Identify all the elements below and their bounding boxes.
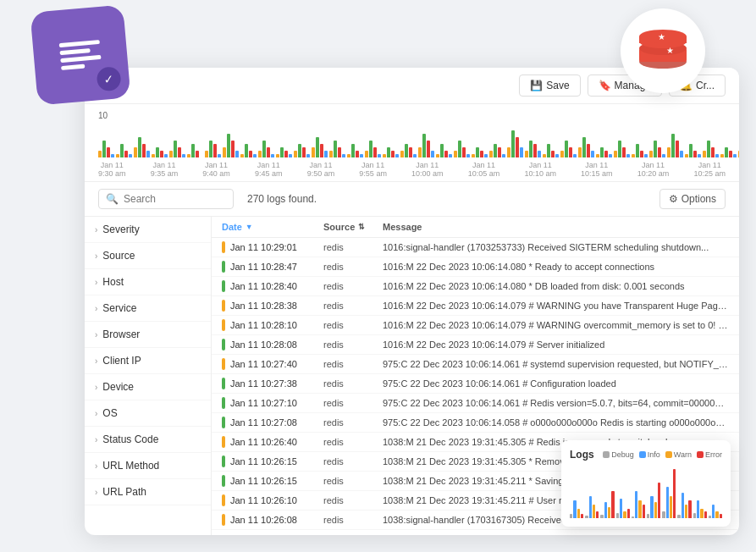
log-row[interactable]: Jan 11 10:28:08 redis 1016:M 22 Dec 2023…: [212, 335, 739, 355]
log-row[interactable]: Jan 11 10:28:47 redis 1016:M 22 Dec 2023…: [212, 257, 739, 277]
filter-chevron-icon: ›: [95, 330, 97, 339]
severity-indicator: [222, 339, 225, 351]
date-column-header[interactable]: Date ▼: [222, 222, 323, 232]
right-decorative-icon: ★ ★: [621, 8, 705, 93]
log-timestamp: Jan 11 10:27:38: [230, 378, 297, 389]
chart-bar: [622, 147, 626, 157]
mini-bar-warn: [700, 509, 703, 518]
legend-item: Error: [697, 450, 722, 459]
sidebar-filter-item[interactable]: › Host: [85, 269, 211, 295]
log-row[interactable]: Jan 11 10:27:38 redis 975:C 22 Dec 2023 …: [212, 374, 739, 394]
severity-indicator: [222, 358, 225, 370]
sidebar-filter-item[interactable]: › OS: [85, 400, 211, 427]
chart-bar: [707, 141, 710, 157]
log-source-cell: redis: [323, 301, 383, 311]
mini-chart-title: Logs: [570, 449, 594, 461]
chart-bar: [533, 144, 537, 157]
chart-bar-group: [667, 134, 683, 157]
sidebar-filter-item[interactable]: › Severity: [85, 217, 211, 243]
chart-bar: [582, 137, 586, 157]
chart-bar-group: [738, 144, 739, 157]
chart-time-label: Jan 11 10:10 am: [524, 161, 556, 178]
chart-bar: [258, 151, 262, 157]
chart-bar: [569, 147, 572, 157]
sidebar-filter-item[interactable]: › Source: [85, 243, 211, 269]
chart-bar: [249, 151, 252, 157]
chart-bar: [720, 154, 724, 157]
chart-bar: [444, 151, 448, 157]
log-row[interactable]: Jan 11 10:28:40 redis 1016:M 22 Dec 2023…: [212, 277, 739, 296]
log-source-cell: redis: [323, 398, 383, 408]
chart-time-label: Jan 11 9:40 am: [202, 161, 230, 178]
chart-bar: [427, 141, 430, 157]
sidebar-filter-item[interactable]: › Browser: [85, 322, 211, 348]
search-wrapper[interactable]: 🔍: [98, 189, 234, 209]
chart-bar: [484, 154, 488, 157]
log-message-cell: 1016:M 22 Dec 2023 10:06:14.079 # WARNIN…: [383, 320, 729, 330]
redis-icon: ★ ★: [637, 30, 688, 72]
log-timestamp: Jan 11 10:27:40: [230, 359, 297, 369]
log-row[interactable]: Jan 11 10:27:40 redis 975:C 22 Dec 2023 …: [212, 355, 739, 374]
options-button[interactable]: ⚙ Options: [659, 189, 726, 209]
log-timestamp: Jan 11 10:28:47: [230, 262, 297, 272]
chart-bar: [334, 141, 337, 157]
severity-indicator: [222, 378, 225, 389]
chart-time-label: Jan 11 10:25 am: [693, 161, 726, 178]
sidebar-filter-item[interactable]: › Client IP: [85, 348, 211, 374]
log-timestamp: Jan 11 10:28:40: [230, 281, 297, 291]
chart-bar: [213, 144, 217, 157]
chart-bar: [338, 147, 341, 157]
sidebar-filter-item[interactable]: › Device: [85, 374, 211, 400]
legend-item: Info: [639, 450, 660, 459]
severity-indicator: [222, 514, 225, 526]
log-row[interactable]: Jan 11 10:28:38 redis 1016:M 22 Dec 2023…: [212, 296, 739, 316]
mini-bar-info: [712, 505, 715, 518]
chart-bar-group: [454, 141, 470, 157]
chart-bar: [715, 154, 719, 157]
log-source-cell: redis: [323, 476, 383, 486]
chart-bar: [511, 130, 515, 157]
mini-bar-error: [643, 505, 645, 518]
mini-bar-group: [570, 500, 583, 518]
create-label: Cr...: [696, 80, 715, 91]
chart-bar: [302, 147, 306, 157]
mini-bar-error: [581, 514, 583, 518]
chart-bar: [489, 151, 493, 157]
log-row[interactable]: Jan 11 10:27:08 redis 975:C 22 Dec 2023 …: [212, 413, 739, 433]
chart-bar-group: [703, 141, 719, 157]
filter-chevron-icon: ›: [95, 409, 97, 418]
chart-bar: [405, 144, 408, 157]
log-row[interactable]: Jan 11 10:29:01 redis 1016:signal-handle…: [212, 238, 739, 257]
mini-bar-warn: [638, 500, 641, 518]
log-date-cell: Jan 11 10:26:08: [222, 514, 323, 526]
sidebar-filter-item[interactable]: › URL Path: [85, 479, 211, 505]
sidebar-filter-item[interactable]: › URL Method: [85, 453, 211, 479]
mini-bar-group: [662, 469, 676, 518]
source-column-header[interactable]: Source ⇅: [323, 222, 383, 232]
chart-bar: [676, 141, 679, 157]
chart-bar: [369, 141, 372, 157]
search-input[interactable]: [124, 193, 226, 205]
log-source-cell: redis: [323, 320, 383, 330]
save-button[interactable]: 💾 Save: [519, 75, 580, 97]
options-label: Options: [682, 193, 716, 205]
log-row[interactable]: Jan 11 10:27:10 redis 975:C 22 Dec 2023 …: [212, 394, 739, 413]
log-source-cell: redis: [323, 437, 383, 447]
chart-bar-group: [614, 141, 630, 157]
chart-bar: [502, 154, 505, 157]
log-date-cell: Jan 11 10:28:40: [222, 280, 323, 292]
chart-time-label: Jan 11 10:15 am: [581, 161, 613, 178]
chart-bar: [395, 154, 399, 157]
mini-bar-error: [627, 509, 630, 518]
sidebar-filter-item[interactable]: › Status Code: [85, 427, 211, 453]
chart-bar: [146, 151, 150, 157]
sidebar-filter-item[interactable]: › Service: [85, 295, 211, 322]
chart-bar: [640, 151, 643, 157]
log-row[interactable]: Jan 11 10:28:10 redis 1016:M 22 Dec 2023…: [212, 316, 739, 335]
chart-bar: [329, 151, 333, 157]
legend-label: Debug: [611, 450, 634, 459]
chart-bar: [342, 154, 345, 157]
log-date-cell: Jan 11 10:28:08: [222, 339, 323, 351]
chart-bar: [169, 151, 173, 157]
log-source-cell: redis: [323, 417, 383, 428]
